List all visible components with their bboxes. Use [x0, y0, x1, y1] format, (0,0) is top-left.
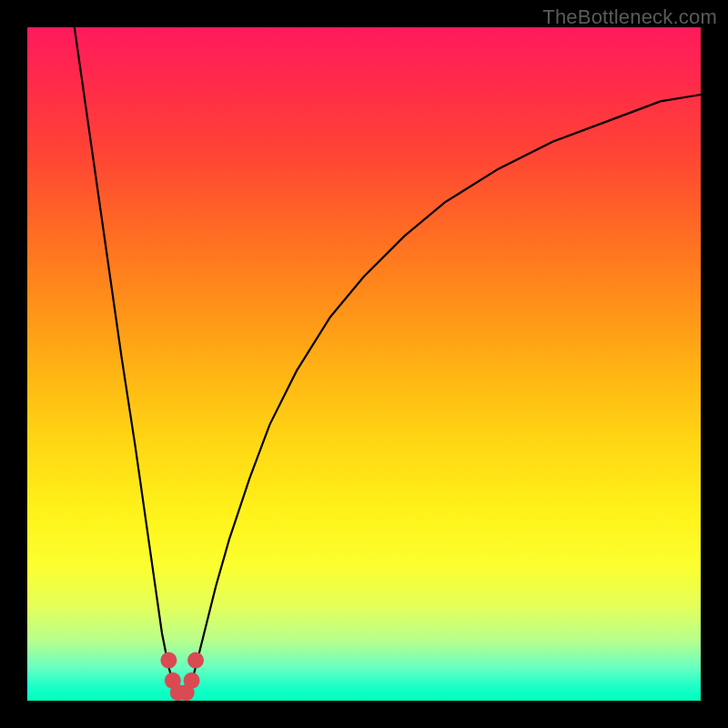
- curve-left-branch: [75, 27, 175, 687]
- min-marker: [187, 652, 204, 669]
- minimum-markers: [160, 652, 204, 701]
- min-marker: [160, 652, 177, 669]
- curve-right-branch: [190, 95, 701, 687]
- curve-layer: [27, 27, 701, 701]
- watermark-text: TheBottleneck.com: [542, 5, 717, 29]
- plot-area: [27, 27, 701, 701]
- chart-frame: TheBottleneck.com: [0, 0, 728, 728]
- min-marker: [184, 672, 200, 689]
- bottleneck-curve: [75, 27, 701, 687]
